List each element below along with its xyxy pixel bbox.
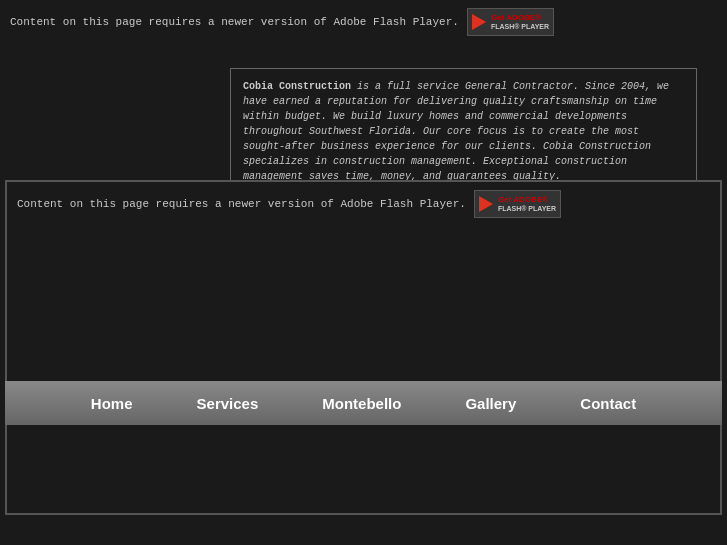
- inner-flash-icon: [479, 196, 495, 212]
- inner-flash-notice: Content on this page requires a newer ve…: [7, 182, 720, 222]
- nav-item-home[interactable]: Home: [59, 381, 165, 425]
- company-description-box: Cobia Construction is a full service Gen…: [230, 68, 697, 195]
- company-name: Cobia Construction: [243, 81, 351, 92]
- flash-icon: [472, 14, 488, 30]
- flash-badge-label: Get ADOBE® FLASH® PLAYER: [491, 14, 549, 30]
- top-flash-notice: Content on this page requires a newer ve…: [0, 0, 727, 44]
- navigation-bar: Home Services Montebello Gallery Contact: [5, 381, 722, 425]
- top-flash-badge[interactable]: Get ADOBE® FLASH® PLAYER: [467, 8, 554, 36]
- inner-flash-text: Content on this page requires a newer ve…: [17, 198, 466, 210]
- nav-item-contact[interactable]: Contact: [548, 381, 668, 425]
- inner-flash-badge-label: Get ADOBE® FLASH® PLAYER: [498, 196, 556, 212]
- nav-item-gallery[interactable]: Gallery: [433, 381, 548, 425]
- main-content-area: Content on this page requires a newer ve…: [5, 180, 722, 515]
- top-flash-text: Content on this page requires a newer ve…: [10, 16, 459, 28]
- nav-item-montebello[interactable]: Montebello: [290, 381, 433, 425]
- company-description-text: Cobia Construction is a full service Gen…: [243, 79, 684, 184]
- nav-item-services[interactable]: Services: [165, 381, 291, 425]
- inner-flash-badge[interactable]: Get ADOBE® FLASH® PLAYER: [474, 190, 561, 218]
